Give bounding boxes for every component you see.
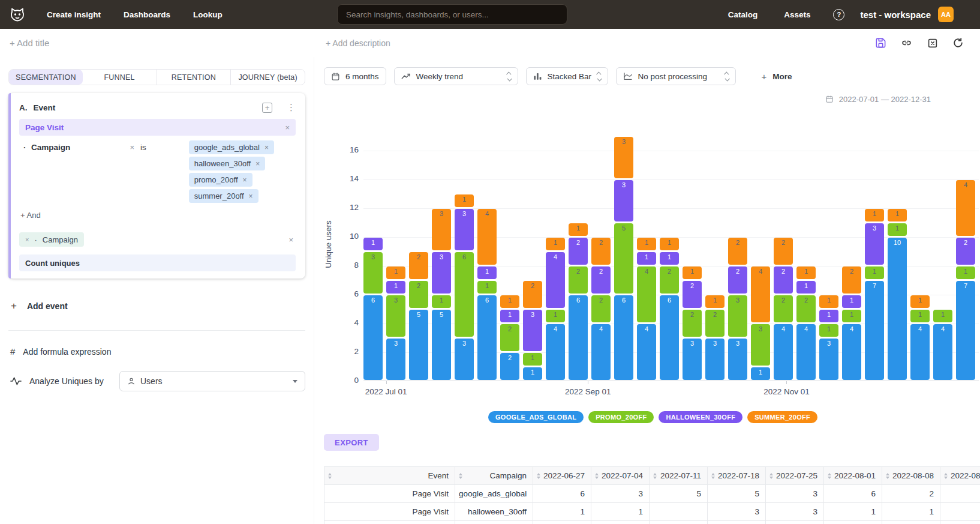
add-and-condition[interactable]: + And bbox=[19, 211, 296, 220]
legend-pill-google_ads_global[interactable]: GOOGLE_ADS_GLOBAL bbox=[488, 411, 584, 423]
bar-segment-google_ads_global[interactable]: 4 bbox=[591, 324, 611, 380]
bar-segment-halloween_30off[interactable]: 1 bbox=[500, 310, 519, 322]
bar-segment-summer_20off[interactable]: 1 bbox=[796, 267, 816, 279]
export-button[interactable]: EXPORT bbox=[324, 434, 379, 451]
tab-segmentation[interactable]: SEGMENTATION bbox=[9, 70, 83, 85]
bar-segment-halloween_30off[interactable]: 1 bbox=[796, 281, 816, 294]
bar-segment-halloween_30off[interactable]: 2 bbox=[569, 238, 588, 265]
bar-segment-promo_20off[interactable]: 1 bbox=[910, 310, 930, 322]
table-header-event[interactable]: Event bbox=[324, 467, 455, 485]
bar-segment-promo_20off[interactable]: 1 bbox=[819, 324, 838, 337]
avatar[interactable]: AA bbox=[938, 7, 954, 22]
tab-journey-beta-[interactable]: JOURNEY (beta) bbox=[230, 70, 305, 85]
add-formula-button[interactable]: # Add formula expression bbox=[8, 346, 305, 357]
bar-segment-google_ads_global[interactable]: 3 bbox=[683, 339, 702, 380]
bar-segment-promo_20off[interactable]: 2 bbox=[500, 324, 519, 351]
bar-segment-promo_20off[interactable]: 1 bbox=[865, 267, 884, 279]
legend-pill-summer_20off[interactable]: SUMMER_20OFF bbox=[747, 411, 817, 423]
bar-segment-promo_20off[interactable]: 6 bbox=[455, 252, 474, 337]
bar-segment-google_ads_global[interactable]: 3 bbox=[819, 339, 838, 380]
bar-segment-summer_20off[interactable]: 4 bbox=[956, 180, 975, 236]
table-header-2022-06-27[interactable]: 2022-06-27 bbox=[533, 467, 591, 485]
bar-segment-google_ads_global[interactable]: 7 bbox=[956, 281, 975, 380]
nav-item-assets[interactable]: Assets bbox=[784, 10, 810, 19]
remove-value-icon[interactable]: × bbox=[264, 143, 269, 152]
bar-segment-summer_20off[interactable]: 1 bbox=[865, 209, 884, 221]
bar-segment-google_ads_global[interactable]: 6 bbox=[569, 295, 588, 380]
bar-segment-summer_20off[interactable]: 2 bbox=[774, 238, 793, 265]
bar-segment-halloween_30off[interactable]: 1 bbox=[363, 238, 383, 250]
bar-segment-google_ads_global[interactable]: 6 bbox=[477, 295, 497, 380]
bar-segment-halloween_30off[interactable]: 1 bbox=[842, 295, 861, 308]
bar-segment-summer_20off[interactable]: 4 bbox=[751, 267, 770, 322]
aggregation-selector[interactable]: Count uniques bbox=[19, 254, 296, 271]
bar-segment-promo_20off[interactable]: 3 bbox=[363, 252, 383, 294]
table-header-2022-07-25[interactable]: 2022-07-25 bbox=[766, 467, 824, 485]
bar-segment-google_ads_global[interactable]: 3 bbox=[455, 339, 474, 380]
legend-pill-halloween_30off[interactable]: HALLOWEEN_30OFF bbox=[659, 411, 742, 423]
remove-event-icon[interactable]: × bbox=[285, 123, 290, 132]
bar-segment-promo_20off[interactable]: 1 bbox=[546, 310, 565, 322]
bar-segment-halloween_30off[interactable]: 3 bbox=[865, 223, 884, 265]
sort-icon[interactable] bbox=[886, 471, 889, 481]
help-icon[interactable]: ? bbox=[833, 9, 844, 20]
bar-segment-promo_20off[interactable]: 2 bbox=[569, 267, 588, 294]
bar-segment-google_ads_global[interactable]: 4 bbox=[546, 324, 565, 380]
bar-segment-summer_20off[interactable]: 1 bbox=[888, 209, 907, 221]
workspace-name[interactable]: test - workspace bbox=[860, 10, 931, 20]
bar-segment-promo_20off[interactable]: 2 bbox=[705, 310, 725, 337]
nav-item-create-insight[interactable]: Create insight bbox=[47, 10, 101, 19]
table-header-2022-07-18[interactable]: 2022-07-18 bbox=[708, 467, 766, 485]
nav-item-lookup[interactable]: Lookup bbox=[193, 10, 223, 19]
bar-segment-promo_20off[interactable]: 2 bbox=[660, 267, 679, 294]
copy-link-icon[interactable] bbox=[901, 37, 912, 49]
bar-segment-google_ads_global[interactable]: 5 bbox=[409, 310, 428, 380]
bar-segment-summer_20off[interactable]: 2 bbox=[591, 238, 611, 265]
bar-segment-halloween_30off[interactable]: 3 bbox=[455, 209, 474, 250]
sort-icon[interactable] bbox=[537, 471, 540, 481]
breakdown-tag[interactable]: × · Campaign bbox=[19, 232, 84, 247]
bar-segment-google_ads_global[interactable]: 5 bbox=[432, 310, 451, 380]
sort-icon[interactable] bbox=[653, 471, 657, 481]
bar-segment-google_ads_global[interactable]: 3 bbox=[728, 339, 747, 380]
bar-segment-google_ads_global[interactable]: 2 bbox=[500, 353, 519, 380]
bar-segment-summer_20off[interactable]: 4 bbox=[477, 209, 497, 265]
event-menu-icon[interactable]: ⋮ bbox=[287, 102, 296, 113]
bar-segment-google_ads_global[interactable]: 10 bbox=[888, 238, 907, 380]
filter-value-tag[interactable]: summer_20off× bbox=[189, 189, 258, 203]
bar-segment-summer_20off[interactable]: 1 bbox=[705, 295, 725, 308]
filter-value-tag[interactable]: halloween_30off× bbox=[189, 157, 265, 170]
table-header-2022-08-01[interactable]: 2022-08-01 bbox=[824, 467, 882, 485]
bar-segment-promo_20off[interactable]: 1 bbox=[523, 353, 542, 366]
bar-segment-halloween_30off[interactable]: 2 bbox=[591, 267, 611, 294]
bar-segment-promo_20off[interactable]: 3 bbox=[728, 295, 747, 337]
sort-icon[interactable] bbox=[595, 471, 599, 481]
bar-segment-google_ads_global[interactable]: 4 bbox=[796, 324, 816, 380]
bar-segment-promo_20off[interactable]: 1 bbox=[432, 295, 451, 308]
bar-segment-promo_20off[interactable]: 1 bbox=[888, 223, 907, 236]
sort-icon[interactable] bbox=[828, 471, 831, 481]
bar-segment-summer_20off[interactable]: 1 bbox=[500, 295, 519, 308]
app-logo-cat-icon[interactable] bbox=[8, 5, 26, 23]
bar-segment-summer_20off[interactable]: 1 bbox=[546, 238, 565, 250]
table-header-2022-08-08[interactable]: 2022-08-08 bbox=[882, 467, 940, 485]
nav-item-dashboards[interactable]: Dashboards bbox=[124, 10, 170, 19]
table-header-2022-07-04[interactable]: 2022-07-04 bbox=[591, 467, 650, 485]
bar-segment-halloween_30off[interactable]: 4 bbox=[546, 252, 565, 308]
add-event-button[interactable]: + Add event bbox=[8, 300, 305, 312]
nav-item-catalog[interactable]: Catalog bbox=[728, 10, 758, 19]
table-header-campaign[interactable]: Campaign bbox=[455, 467, 533, 485]
sort-icon[interactable] bbox=[328, 471, 332, 481]
bar-segment-summer_20off[interactable]: 1 bbox=[455, 194, 474, 207]
bar-segment-promo_20off[interactable]: 1 bbox=[842, 310, 861, 322]
bar-segment-summer_20off[interactable]: 2 bbox=[523, 281, 542, 308]
bar-segment-google_ads_global[interactable]: 7 bbox=[865, 281, 884, 380]
trend-select[interactable]: Weekly trend bbox=[394, 67, 518, 85]
bar-segment-halloween_30off[interactable]: 2 bbox=[683, 281, 702, 308]
bar-segment-summer_20off[interactable]: 2 bbox=[728, 238, 747, 265]
bar-segment-google_ads_global[interactable]: 1 bbox=[523, 367, 542, 380]
bar-segment-halloween_30off[interactable]: 1 bbox=[819, 310, 838, 322]
bar-segment-halloween_30off[interactable]: 1 bbox=[477, 267, 497, 279]
bar-segment-summer_20off[interactable]: 1 bbox=[637, 238, 656, 250]
bar-segment-promo_20off[interactable]: 2 bbox=[796, 295, 816, 322]
